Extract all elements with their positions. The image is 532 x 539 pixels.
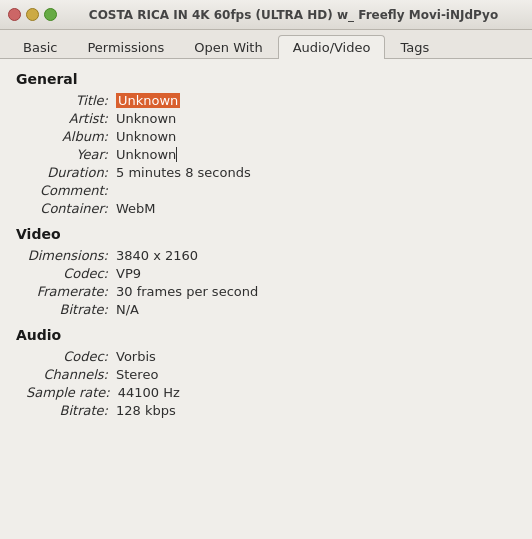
field-framerate: Framerate: 30 frames per second xyxy=(16,284,516,299)
label-container: Container: xyxy=(26,201,116,216)
field-dimensions: Dimensions: 3840 x 2160 xyxy=(16,248,516,263)
label-title: Title: xyxy=(26,93,116,108)
value-artist[interactable]: Unknown xyxy=(116,111,176,126)
label-comment: Comment: xyxy=(26,183,116,198)
window-controls xyxy=(8,8,57,21)
titlebar: COSTA RICA IN 4K 60fps (ULTRA HD) w_ Fre… xyxy=(0,0,532,30)
close-button[interactable] xyxy=(8,8,21,21)
field-audio-codec: Codec: Vorbis xyxy=(16,349,516,364)
field-album: Album: Unknown xyxy=(16,129,516,144)
value-audio-bitrate: 128 kbps xyxy=(116,403,176,418)
tab-openwith[interactable]: Open With xyxy=(179,35,277,59)
value-samplerate: 44100 Hz xyxy=(118,385,180,400)
value-channels: Stereo xyxy=(116,367,158,382)
field-samplerate: Sample rate: 44100 Hz xyxy=(16,385,516,400)
field-comment: Comment: xyxy=(16,183,516,198)
label-audio-bitrate: Bitrate: xyxy=(26,403,116,418)
tab-bar: Basic Permissions Open With Audio/Video … xyxy=(0,30,532,59)
label-audio-codec: Codec: xyxy=(26,349,116,364)
field-video-codec: Codec: VP9 xyxy=(16,266,516,281)
general-header: General xyxy=(16,71,516,87)
video-header: Video xyxy=(16,226,516,242)
tab-permissions[interactable]: Permissions xyxy=(72,35,179,59)
field-container: Container: WebM xyxy=(16,201,516,216)
tab-tags[interactable]: Tags xyxy=(385,35,444,59)
value-year[interactable]: Unknown xyxy=(116,147,177,162)
field-video-bitrate: Bitrate: N/A xyxy=(16,302,516,317)
field-channels: Channels: Stereo xyxy=(16,367,516,382)
field-duration: Duration: 5 minutes 8 seconds xyxy=(16,165,516,180)
field-year: Year: Unknown xyxy=(16,147,516,162)
value-container: WebM xyxy=(116,201,156,216)
value-framerate: 30 frames per second xyxy=(116,284,258,299)
label-album: Album: xyxy=(26,129,116,144)
value-album[interactable]: Unknown xyxy=(116,129,176,144)
label-artist: Artist: xyxy=(26,111,116,126)
value-dimensions: 3840 x 2160 xyxy=(116,248,198,263)
label-dimensions: Dimensions: xyxy=(26,248,116,263)
label-duration: Duration: xyxy=(26,165,116,180)
value-duration: 5 minutes 8 seconds xyxy=(116,165,251,180)
value-title[interactable]: Unknown xyxy=(116,93,180,108)
tab-audiovideo[interactable]: Audio/Video xyxy=(278,35,386,59)
value-video-bitrate: N/A xyxy=(116,302,139,317)
label-samplerate: Sample rate: xyxy=(26,385,118,400)
label-video-codec: Codec: xyxy=(26,266,116,281)
minimize-button[interactable] xyxy=(26,8,39,21)
label-channels: Channels: xyxy=(26,367,116,382)
field-title: Title: Unknown xyxy=(16,93,516,108)
value-audio-codec: Vorbis xyxy=(116,349,156,364)
value-video-codec: VP9 xyxy=(116,266,141,281)
maximize-button[interactable] xyxy=(44,8,57,21)
audio-header: Audio xyxy=(16,327,516,343)
tab-basic[interactable]: Basic xyxy=(8,35,72,59)
field-artist: Artist: Unknown xyxy=(16,111,516,126)
label-year: Year: xyxy=(26,147,116,162)
window-title: COSTA RICA IN 4K 60fps (ULTRA HD) w_ Fre… xyxy=(63,8,524,22)
content-area: General Title: Unknown Artist: Unknown A… xyxy=(0,59,532,536)
field-audio-bitrate: Bitrate: 128 kbps xyxy=(16,403,516,418)
label-video-bitrate: Bitrate: xyxy=(26,302,116,317)
label-framerate: Framerate: xyxy=(26,284,116,299)
